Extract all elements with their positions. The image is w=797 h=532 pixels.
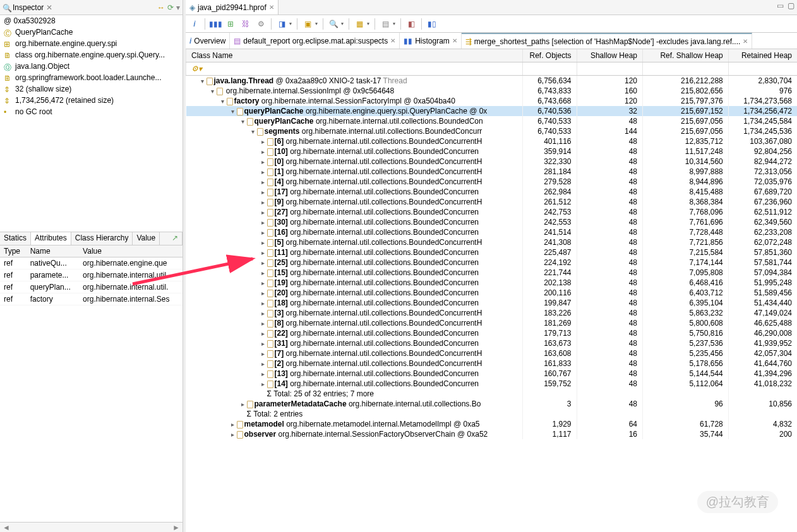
filter-input[interactable]: ⚙▾	[186, 62, 523, 76]
twistie-icon[interactable]: ▸	[260, 209, 267, 216]
twistie-icon[interactable]: ▸	[260, 280, 267, 287]
result-tab[interactable]: ⇶merge_shortest_paths [selection of 'Has…	[462, 33, 752, 49]
twistie-icon[interactable]: ▾	[249, 128, 257, 135]
twistie-icon[interactable]: ▸	[239, 401, 247, 408]
tree-row[interactable]: ▸[9] org.hibernate.internal.util.collect…	[186, 197, 798, 207]
tree-row[interactable]: ▸[15] org.hibernate.internal.util.collec…	[186, 268, 798, 278]
twistie-icon[interactable]: ▸	[260, 340, 267, 347]
compare-icon[interactable]: ◧	[406, 19, 416, 29]
twistie-icon[interactable]: ▸	[260, 300, 267, 307]
tree-row[interactable]: ▸[25] org.hibernate.internal.util.collec…	[186, 257, 798, 268]
tree-row[interactable]: ▾factory org.hibernate.internal.SessionF…	[186, 96, 798, 106]
tree-row[interactable]: ▸[5] org.hibernate.internal.util.collect…	[186, 237, 798, 247]
inspector-item[interactable]: 🗎class org.hibernate.engine.query.spi.Qu…	[0, 49, 183, 61]
twistie-icon[interactable]: ▸	[260, 370, 267, 377]
twistie-icon[interactable]: ▸	[260, 360, 267, 367]
column-header[interactable]: Type	[0, 245, 27, 257]
dropdown-icon[interactable]: ▾	[341, 21, 344, 27]
inspector-item[interactable]: ⊞org.hibernate.engine.query.spi	[0, 38, 183, 49]
twistie-icon[interactable]: ▾	[219, 98, 227, 105]
tree-row[interactable]: Σ Total: 25 of 32 entries; 7 more	[186, 389, 798, 399]
filter-input[interactable]	[522, 62, 577, 76]
twistie-icon[interactable]: ▸	[260, 229, 267, 236]
tree-row[interactable]: ▸[1] org.hibernate.internal.util.collect…	[186, 167, 798, 177]
twistie-icon[interactable]: ▸	[260, 269, 267, 276]
tree-row[interactable]: ▸[0] org.hibernate.internal.util.collect…	[186, 157, 798, 167]
tree-row[interactable]: ▸[22] org.hibernate.internal.util.collec…	[186, 328, 798, 338]
tree-row[interactable]: ▸observer org.hibernate.internal.Session…	[186, 429, 798, 439]
dropdown-icon[interactable]: ▾	[289, 21, 292, 27]
tree-row[interactable]: ▸[2] org.hibernate.internal.util.collect…	[186, 358, 798, 369]
tree-row[interactable]: ▸[17] org.hibernate.internal.util.collec…	[186, 187, 798, 197]
calc-icon[interactable]: ▤	[380, 19, 390, 29]
tree-row[interactable]: ▾java.lang.Thread @ 0xa2aa89c0 XNIO-2 ta…	[186, 76, 798, 86]
dropdown-icon[interactable]: ▾	[393, 21, 395, 27]
tree-row[interactable]: ▾queryPlanCache org.hibernate.internal.u…	[186, 116, 798, 126]
column-header[interactable]: Retained Heap	[728, 49, 797, 62]
inspector-tab[interactable]: Class Hierarchy	[71, 232, 133, 245]
twistie-icon[interactable]: ▸	[260, 320, 267, 327]
twistie-icon[interactable]: ▾	[239, 118, 247, 125]
tree-row[interactable]: ▸[20] org.hibernate.internal.util.collec…	[186, 288, 798, 298]
threads-icon[interactable]: ⛓	[241, 19, 251, 29]
column-header[interactable]: Ref. Shallow Heap	[642, 49, 728, 62]
attr-row[interactable]: refparamete...org.hibernate.internal.uti…	[0, 269, 183, 281]
column-header[interactable]: Shallow Heap	[577, 49, 642, 62]
menu-icon[interactable]: ▾	[176, 3, 180, 12]
twistie-icon[interactable]: ▸	[260, 259, 267, 266]
tree-row[interactable]: ▾segments org.hibernate.internal.util.co…	[186, 126, 798, 136]
filter-input[interactable]	[642, 62, 728, 76]
twistie-icon[interactable]: ▸	[260, 138, 267, 145]
twistie-icon[interactable]: ▸	[229, 431, 237, 438]
filter-input[interactable]	[728, 62, 797, 76]
twistie-icon[interactable]: ▸	[260, 249, 267, 256]
tree-row[interactable]: ▸[16] org.hibernate.internal.util.collec…	[186, 227, 798, 237]
tree-row[interactable]: ▾ org.hibernate.internal.SessionImpl @ 0…	[186, 86, 798, 96]
tree-row[interactable]: ▸[11] org.hibernate.internal.util.collec…	[186, 247, 798, 257]
close-icon[interactable]: ✕	[743, 38, 748, 45]
twistie-icon[interactable]: ▸	[260, 381, 267, 387]
inspector-item[interactable]: Ⓞjava.lang.Object	[0, 61, 183, 72]
sync-icon[interactable]: ⟳	[167, 3, 174, 12]
close-icon[interactable]: ✕	[269, 4, 274, 11]
histogram-icon[interactable]: ▮▮▮	[210, 19, 220, 29]
twistie-icon[interactable]: ▸	[260, 158, 267, 165]
inspector-item[interactable]: ⒸQueryPlanCache	[0, 27, 183, 38]
twistie-icon[interactable]: ▸	[260, 179, 267, 186]
close-icon[interactable]: ✕	[46, 3, 52, 12]
result-tab[interactable]: iOverview	[186, 33, 230, 49]
inspector-tab-menu[interactable]: ↗	[168, 232, 183, 245]
column-header[interactable]: Name	[27, 245, 79, 257]
run-icon[interactable]: ▣	[303, 19, 313, 29]
inspector-item[interactable]: •no GC root	[0, 106, 183, 117]
twistie-icon[interactable]: ▸	[260, 239, 267, 246]
twistie-icon[interactable]: ▸	[260, 310, 267, 317]
tree-row[interactable]: ▸[18] org.hibernate.internal.util.collec…	[186, 298, 798, 308]
inspector-item[interactable]: ⇕1,734,256,472 (retained size)	[0, 95, 183, 106]
twistie-icon[interactable]: ▸	[260, 330, 267, 337]
tree-row[interactable]: ▸[7] org.hibernate.internal.util.collect…	[186, 348, 798, 358]
minimize-icon[interactable]: ▭	[777, 1, 784, 10]
gear-icon[interactable]: ⚙	[256, 19, 266, 29]
twistie-icon[interactable]: ▸	[260, 350, 267, 357]
tree-row[interactable]: ▸metamodel org.hibernate.metamodel.inter…	[186, 419, 798, 429]
twistie-icon[interactable]: ▾	[199, 78, 207, 85]
tree-row[interactable]: ▸parameterMetadataCache org.hibernate.in…	[186, 399, 798, 409]
tree-row[interactable]: ▸[8] org.hibernate.internal.util.collect…	[186, 318, 798, 328]
column-header[interactable]: Ref. Objects	[522, 49, 577, 62]
group-icon[interactable]: ▦	[354, 19, 364, 29]
dropdown-icon[interactable]: ▾	[367, 21, 369, 27]
column-header[interactable]: Value	[79, 245, 183, 257]
tree-row[interactable]: ▸[14] org.hibernate.internal.util.collec…	[186, 379, 798, 389]
inspector-item[interactable]: ⇕32 (shallow size)	[0, 83, 183, 95]
tree-row[interactable]: ▸[19] org.hibernate.internal.util.collec…	[186, 278, 798, 288]
editor-tab[interactable]: ◈ java_pid29941.hprof ✕	[186, 0, 279, 15]
tree-row[interactable]: ▸[30] org.hibernate.internal.util.collec…	[186, 217, 798, 227]
result-tab[interactable]: ▮▮Histogram✕	[400, 33, 462, 49]
column-header[interactable]: Class Name	[186, 49, 523, 62]
maximize-icon[interactable]: ▢	[788, 1, 794, 10]
filter-input[interactable]	[577, 62, 642, 76]
link-icon[interactable]: ↔	[157, 3, 165, 12]
inspector-item[interactable]: 🗎org.springframework.boot.loader.Launche…	[0, 72, 183, 83]
twistie-icon[interactable]: ▸	[260, 189, 267, 196]
